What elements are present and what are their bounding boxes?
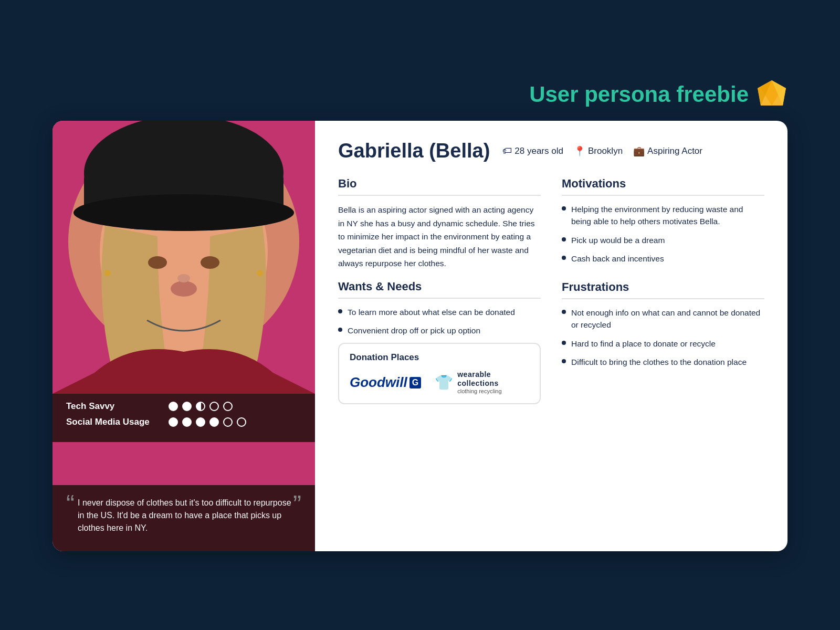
motivation-3: Cash back and incentives [571,253,664,265]
list-item: Convenient drop off or pick up option [338,324,541,337]
right-column: Motivations Helping the environment by r… [562,177,764,536]
wearable-text: wearable collections clothing recycling [457,370,501,395]
persona-header: Gabriella (Bella) 🏷 28 years old 📍 Brook… [338,140,764,162]
wearable-collections: collections [457,379,501,388]
bullet-dot [338,309,342,313]
bullet-dot [562,206,566,211]
content-grid: Bio Bella is an aspiring actor signed wi… [338,177,764,536]
svg-point-14 [104,270,111,276]
svg-point-15 [257,270,263,276]
motivations-divider [562,195,764,196]
list-item: Not enough info on what can and cannot b… [562,307,764,331]
profile-image-area [52,121,315,394]
left-column: Bio Bella is an aspiring actor signed wi… [338,177,541,536]
bullet-dot [562,256,566,260]
age-value: 28 years old [514,146,563,156]
dot-5 [223,402,233,411]
persona-name: Gabriella (Bella) [338,140,490,162]
wearable-collections-logo: 👕 wearable collections clothing recyclin… [435,370,501,395]
occupation-icon: 💼 [633,145,645,157]
donation-box: Donation Places Goodwill G 👕 wearable [338,343,541,404]
bio-text: Bella is an aspiring actor signed with a… [338,203,541,270]
dot-3 [196,402,205,411]
sdot-3 [196,417,205,427]
sdot-5 [223,417,233,427]
persona-card: “ I never dispose of clothes but it's to… [52,121,788,551]
right-panel: Gabriella (Bella) 🏷 28 years old 📍 Brook… [315,121,788,551]
bullet-dot [338,328,342,332]
persona-meta: 🏷 28 years old 📍 Brooklyn 💼 Aspiring Act… [502,145,702,157]
frustrations-section: Frustrations Not enough info on what can… [562,280,764,368]
svg-point-11 [201,256,219,269]
list-item: To learn more about what else can be don… [338,306,541,318]
left-panel: “ I never dispose of clothes but it's to… [52,121,315,551]
frustration-2: Hard to find a place to donate or recycl… [571,338,716,350]
goodwill-text: Goodwill [350,374,407,391]
frustrations-title: Frustrations [562,280,764,294]
sdot-4 [209,417,219,427]
wants-section: Wants & Needs To learn more about what e… [338,280,541,337]
age-icon: 🏷 [502,145,512,156]
dot-1 [169,402,178,411]
bullet-dot [562,359,566,363]
profile-portrait [52,121,315,394]
location-icon: 📍 [574,145,585,157]
frustration-3: Difficult to bring the clothes to the do… [571,356,747,368]
list-item: Cash back and incentives [562,253,764,265]
svg-point-13 [177,274,190,282]
motivations-list: Helping the environment by reducing wast… [562,203,764,265]
list-item: Helping the environment by reducing wast… [562,203,764,228]
goodwill-logo: Goodwill G [350,374,421,391]
wearable-sub: clothing recycling [457,388,501,395]
list-item: Hard to find a place to donate or recycl… [562,338,764,350]
svg-point-9 [74,194,294,231]
frustrations-divider [562,298,764,299]
sketch-icon [756,79,788,110]
goodwill-badge: G [410,377,421,388]
quote-text: I never dispose of clothes but it's too … [78,497,293,534]
motivation-1: Helping the environment by reducing wast… [571,203,764,228]
wants-divider [338,298,541,299]
wearable-main: wearable [457,370,501,379]
svg-point-12 [171,281,197,297]
sdot-2 [182,417,192,427]
sdot-1 [169,417,178,427]
bio-divider [338,195,541,196]
bullet-dot [562,310,566,314]
location-item: 📍 Brooklyn [574,145,623,157]
list-item: Pick up would be a dream [562,234,764,246]
tech-savvy-label: Tech Savvy [66,401,163,412]
bio-section: Bio Bella is an aspiring actor signed wi… [338,177,541,270]
list-item: Difficult to bring the clothes to the do… [562,356,764,368]
page-header: User persona freebie [52,79,788,110]
tech-savvy-dots [169,402,233,411]
wants-title: Wants & Needs [338,280,541,293]
occupation-item: 💼 Aspiring Actor [633,145,702,157]
quote-box: “ I never dispose of clothes but it's to… [52,485,315,551]
quote-close-icon: ” [293,502,301,507]
bullet-dot [562,237,566,242]
frustrations-list: Not enough info on what can and cannot b… [562,307,764,368]
page-title: User persona freebie [529,82,749,107]
want-2: Convenient drop off or pick up option [348,324,480,337]
motivations-section: Motivations Helping the environment by r… [562,177,764,265]
bio-title: Bio [338,177,541,191]
motivations-title: Motivations [562,177,764,191]
social-media-dots [169,417,246,427]
dot-2 [182,402,192,411]
quote-open-icon: “ [66,497,75,512]
donation-logos: Goodwill G 👕 wearable collections clothi… [350,370,529,395]
wearable-icon: 👕 [435,374,453,391]
want-1: To learn more about what else can be don… [348,306,515,318]
wants-list: To learn more about what else can be don… [338,306,541,337]
social-media-row: Social Media Usage [66,417,301,427]
motivation-2: Pick up would be a dream [571,234,665,246]
svg-point-10 [148,256,167,269]
occupation-value: Aspiring Actor [647,146,702,156]
location-value: Brooklyn [588,146,623,156]
social-media-label: Social Media Usage [66,417,163,427]
ratings-section: Tech Savvy Social Media Usage [52,394,315,442]
tech-savvy-row: Tech Savvy [66,401,301,412]
dot-4 [209,402,219,411]
sdot-6 [237,417,246,427]
